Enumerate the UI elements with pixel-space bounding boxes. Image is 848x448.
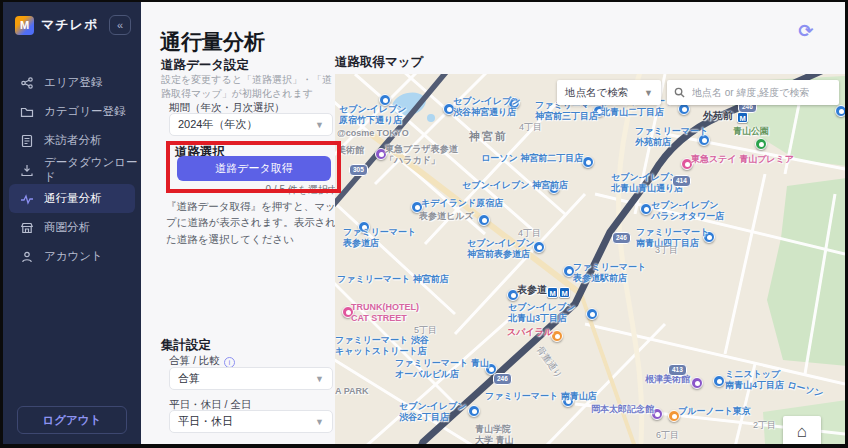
map-label: 表参道 <box>517 284 547 296</box>
map-label: 骨董通り <box>534 344 564 380</box>
map-label: セブン-イレブン 渋谷神宮通り店 <box>453 96 520 118</box>
map-label: 神宮前 <box>469 130 508 143</box>
map-label: セブン-イレブン 渋谷2丁目店 <box>399 401 466 423</box>
sidebar-item-label: エリア登録 <box>44 75 102 90</box>
route-shield: 246 <box>493 373 512 385</box>
account-icon <box>20 250 34 264</box>
route-shield: 305 <box>349 164 368 176</box>
sidebar-item-account[interactable]: アカウント <box>3 242 141 271</box>
aggregation-mode-label: 合算 / 比較i <box>169 354 235 368</box>
map-label: 根津美術館 <box>645 374 690 385</box>
sidebar-menu: エリア登録 カテゴリー登録 来訪者分析 データダウンロード 通行量分析 商圏分析 <box>3 68 141 271</box>
sidebar-item-label: カテゴリー登録 <box>44 104 126 119</box>
search-icon <box>674 87 685 98</box>
map-marker-store-icon <box>713 375 725 387</box>
map-label: セブン-イレブン 神宮前店 <box>462 180 568 191</box>
report-icon <box>20 134 34 148</box>
road-select-help-text: 『道路データ取得』を押すと、マップに道路が表示されます。表示された道路を選択して… <box>166 198 344 247</box>
day-type-value: 平日・休日 <box>178 414 233 429</box>
road-data-settings-description: 設定を変更すると「道路選択」・「道路取得マップ」が初期化されます <box>161 73 339 101</box>
chevron-down-icon: ▼ <box>644 88 653 98</box>
map-label: ファミリーマート 表参道駅前店 <box>573 262 646 284</box>
selection-status: 0 / 5 件を選択中 <box>208 183 338 197</box>
refresh-button[interactable]: ⟳ <box>794 19 818 43</box>
map-label: セブン-イレブン 原宿竹下通り店 <box>339 104 406 126</box>
map-marker-store-icon <box>533 241 545 253</box>
refresh-icon: ⟳ <box>798 21 813 41</box>
chevron-down-icon: ▼ <box>315 120 324 130</box>
map-title: 道路取得マップ <box>335 54 423 71</box>
sidebar-collapse-button[interactable]: « <box>109 15 131 35</box>
route-shield: 246 <box>612 232 631 244</box>
sidebar-item-traffic[interactable]: 通行量分析 <box>9 184 135 213</box>
map-search-input[interactable] <box>690 86 832 99</box>
map-marker-metro-icon: M <box>737 112 748 123</box>
road-data-settings-title: 道路データ設定 <box>161 57 249 74</box>
map-label: セブン-イレブン 神宮前表参道店 <box>467 238 534 260</box>
home-button[interactable]: ⌂ <box>783 416 821 444</box>
period-select[interactable]: 2024年（年次） ▼ <box>169 113 333 136</box>
map-label: ミニストップ 南青山4丁目店 <box>725 369 784 391</box>
map-label: ブルーノート東京 <box>678 406 751 417</box>
map-label: TRUNK(HOTEL) CAT STREET <box>351 302 419 324</box>
share-icon <box>20 76 34 90</box>
map-label: 3丁目 <box>655 245 678 256</box>
download-icon <box>20 163 34 177</box>
sidebar-item-market[interactable]: 商圏分析 <box>3 213 141 242</box>
map-label: @cosme TOKYO <box>337 128 409 139</box>
map-search-mode-select[interactable]: 地点名で検索 ▼ <box>557 80 661 105</box>
map-search <box>667 80 839 105</box>
sidebar-item-label: 通行量分析 <box>44 191 102 206</box>
sidebar-item-download[interactable]: データダウンロード <box>3 155 141 184</box>
chevron-down-icon: ▼ <box>315 374 324 384</box>
app-window: M マチレポ « エリア登録 カテゴリー登録 来訪者分析 データダウンロード <box>3 2 845 444</box>
map-marker-store-icon <box>582 156 594 168</box>
map-label: 2丁目 <box>753 420 776 431</box>
aggregation-settings-title: 集計設定 <box>161 337 211 354</box>
map-marker-store-icon <box>468 405 480 417</box>
map-label: 青山公園 <box>733 126 769 137</box>
map-label: 岡本太郎記念館 <box>591 404 654 415</box>
road-map[interactable]: セブン-イレブン 原宿竹下通り店@cosme TOKYOセブン-イレブン 渋谷神… <box>335 74 845 444</box>
map-annotation-layer: セブン-イレブン 原宿竹下通り店@cosme TOKYOセブン-イレブン 渋谷神… <box>335 74 845 444</box>
map-label: 美術館 <box>337 145 364 156</box>
route-shield: 413 <box>668 364 687 376</box>
map-label: 外苑前 <box>703 110 733 122</box>
logout-button[interactable]: ログアウト <box>17 406 127 434</box>
sidebar-item-label: アカウント <box>44 249 103 264</box>
fetch-road-data-button[interactable]: 道路データ取得 <box>177 156 331 181</box>
chevron-down-icon: ▼ <box>315 417 324 427</box>
map-label: ローソン <box>786 379 824 399</box>
sidebar-item-category[interactable]: カテゴリー登録 <box>3 97 141 126</box>
folder-icon <box>20 105 34 119</box>
map-label: セブン-イレブン パラシオタワー店 <box>651 200 724 222</box>
map-label: 表参道ヒルズ <box>419 211 474 222</box>
map-label: キデイランド原宿店 <box>421 198 503 209</box>
screenshot-frame: M マチレポ « エリア登録 カテゴリー登録 来訪者分析 データダウンロード <box>0 0 848 448</box>
sidebar-item-label: 商圏分析 <box>44 220 90 235</box>
map-label: ファミリーマート 渋谷 キャットストリート店 <box>335 335 429 357</box>
map-label: セブン-イレブン 北青山3丁目店 <box>508 302 575 324</box>
map-label: 青山学院 大学 青山 <box>475 424 514 444</box>
route-shield: 414 <box>672 175 691 187</box>
day-type-select[interactable]: 平日・休日 ▼ <box>169 410 333 433</box>
period-select-value: 2024年（年次） <box>178 117 257 132</box>
map-label: ファミリーマート 青山 オーバルビル店 <box>395 358 489 380</box>
sidebar-item-area[interactable]: エリア登録 <box>3 68 141 97</box>
map-marker-metro-icon: M <box>559 287 570 298</box>
map-marker-store-icon <box>586 308 598 320</box>
map-label: 4丁目 <box>519 122 542 133</box>
page-title: 通行量分析 <box>160 28 265 56</box>
sidebar-item-visitor[interactable]: 来訪者分析 <box>3 126 141 155</box>
market-icon <box>20 221 34 235</box>
app-logo-icon: M <box>15 16 34 35</box>
sidebar-item-label: 来訪者分析 <box>44 133 102 148</box>
sidebar-item-label: データダウンロード <box>44 155 141 185</box>
map-label: ファミリーマート 神宮前店 <box>337 274 449 285</box>
map-label: ファミリーマート 外苑前店 <box>635 126 708 148</box>
aggregation-mode-select[interactable]: 合算 ▼ <box>169 367 333 390</box>
map-marker-park-icon <box>755 138 767 150</box>
map-label: ファミリーマート 表参道店 <box>343 227 416 249</box>
map-search-mode-value: 地点名で検索 <box>565 86 628 100</box>
aggregation-mode-label-text: 合算 / 比較 <box>169 354 220 366</box>
